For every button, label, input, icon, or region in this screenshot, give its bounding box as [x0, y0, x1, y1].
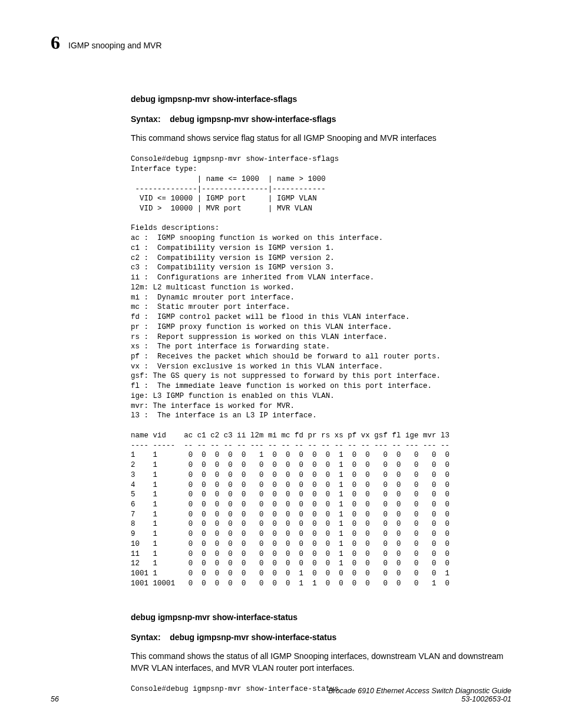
page-number: 56 — [51, 695, 59, 703]
doc-title: Brocade 6910 Ethernet Access Switch Diag… — [328, 687, 511, 695]
console-output: Console#debug igmpsnp-mvr show-interface… — [131, 154, 509, 588]
command-heading: debug igmpsnp-mvr show-interface-status — [131, 612, 509, 622]
command-description: This command shows the status of all IGM… — [131, 650, 509, 674]
syntax-command: debug igmpsnp-mvr show-interface-sflags — [170, 114, 336, 124]
command-description: This command shows service flag status f… — [131, 132, 509, 144]
chapter-number: 6 — [51, 33, 60, 52]
footer-meta: Brocade 6910 Ethernet Access Switch Diag… — [328, 687, 511, 703]
doc-number: 53-1002653-01 — [328, 695, 511, 703]
page-footer: 56 Brocade 6910 Ethernet Access Switch D… — [51, 687, 511, 703]
syntax-label: Syntax: — [131, 114, 161, 124]
page: 6 IGMP snooping and MVR debug igmpsnp-mv… — [0, 0, 562, 728]
page-header: 6 IGMP snooping and MVR — [51, 33, 511, 52]
spacer — [131, 589, 509, 612]
chapter-title: IGMP snooping and MVR — [68, 41, 162, 52]
syntax-label: Syntax: — [131, 633, 161, 642]
syntax-line: Syntax: debug igmpsnp-mvr show-interface… — [131, 633, 509, 642]
syntax-command: debug igmpsnp-mvr show-interface-status — [170, 633, 336, 642]
command-heading: debug igmpsnp-mvr show-interface-sflags — [131, 94, 509, 104]
page-content: debug igmpsnp-mvr show-interface-sflags … — [131, 94, 509, 694]
syntax-line: Syntax: debug igmpsnp-mvr show-interface… — [131, 114, 509, 124]
